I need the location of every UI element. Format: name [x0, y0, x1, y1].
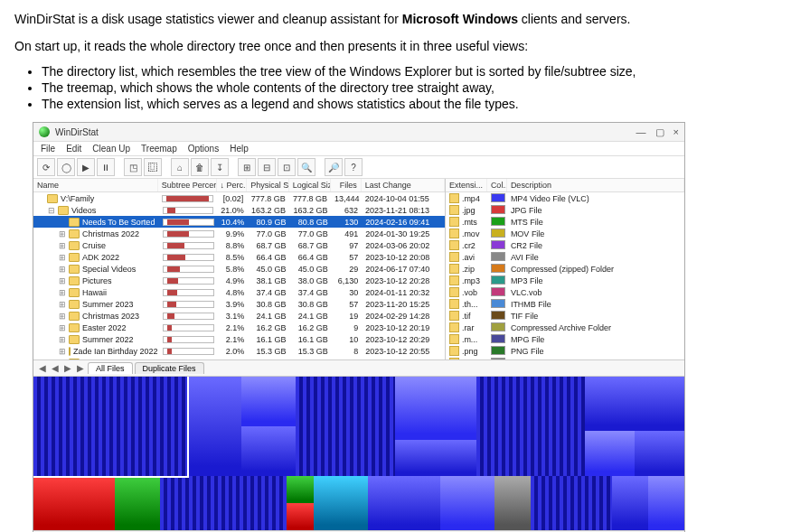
ext-row[interactable]: .th...ITHMB File [446, 298, 684, 310]
menu-edit[interactable]: Edit [66, 144, 81, 154]
ext-row[interactable]: .mtsMTS File [446, 216, 684, 228]
toolbar-button-5[interactable]: ⿶ [144, 158, 162, 176]
ext-row[interactable]: .mp4MP4 Video File (VLC) [446, 192, 684, 204]
expander-icon[interactable]: ⊞ [59, 265, 66, 274]
expander-icon[interactable]: ⊞ [59, 335, 66, 344]
treemap-block[interactable] [287, 503, 314, 530]
maximize-button[interactable]: ▢ [655, 126, 664, 138]
expander-icon[interactable]: ⊞ [59, 229, 66, 238]
dir-row[interactable]: ⊞Easter 20222.1%16.2 GB16.2 GB92023-10-1… [33, 322, 445, 333]
treemap[interactable] [33, 377, 684, 530]
ext-row[interactable]: .movMOV File [446, 228, 684, 239]
dir-row[interactable]: ⊞Summer 20222.1%16.1 GB16.1 GB102023-10-… [33, 333, 445, 345]
tab-nav-last[interactable]: ▶ [75, 363, 86, 373]
dir-row[interactable]: ⊞Hawaii4.8%37.4 GB37.4 GB302024-01-11 20… [33, 286, 445, 298]
toolbar-button-13[interactable]: 🔎 [325, 158, 343, 176]
treemap-block[interactable] [395, 377, 476, 440]
ext-row[interactable]: .tifTIF File [446, 310, 684, 322]
ext-row[interactable]: .mp3MP3 File [446, 275, 684, 286]
menu-file[interactable]: File [41, 144, 55, 154]
expander-icon[interactable]: ⊞ [59, 276, 66, 285]
treemap-block[interactable] [635, 431, 684, 476]
titlebar[interactable]: WinDirStat — ▢ × [33, 123, 684, 142]
tab-nav-first[interactable]: ◀ [37, 363, 48, 373]
toolbar-button-2[interactable]: ▶ [77, 158, 95, 176]
dir-row[interactable]: ⊞Zade Ian Birthday 20222.0%15.3 GB15.3 G… [33, 345, 445, 357]
treemap-block[interactable] [395, 440, 476, 476]
dir-row[interactable]: ⊞Summer 20233.9%30.8 GB30.8 GB572023-11-… [33, 298, 445, 310]
dir-row[interactable]: ⊞Special Videos5.8%45.0 GB45.0 GB292024-… [33, 263, 445, 275]
ext-row[interactable]: .rarCompressed Archive Folder [446, 322, 684, 333]
tab-nav-next[interactable]: ▶ [62, 363, 73, 373]
menu-treemap[interactable]: Treemap [141, 144, 177, 154]
treemap-block[interactable] [531, 476, 612, 530]
toolbar-button-3[interactable]: ⏸ [97, 158, 115, 176]
treemap-block[interactable] [160, 476, 287, 530]
toolbar-button-6[interactable]: ⌂ [171, 158, 189, 176]
menu-options[interactable]: Options [188, 144, 219, 154]
expander-icon[interactable]: ⊞ [59, 253, 66, 262]
expander-icon[interactable]: ⊞ [59, 323, 66, 332]
treemap-block[interactable] [368, 476, 440, 530]
expander-icon[interactable]: ⊞ [59, 288, 66, 297]
ext-row[interactable]: .w...WMV File [446, 357, 684, 359]
treemap-block[interactable] [494, 476, 531, 530]
dir-row[interactable]: ⊞ADK 20228.5%66.4 GB66.4 GB572023-10-12 … [33, 251, 445, 263]
toolbar-button-11[interactable]: ⊡ [278, 158, 296, 176]
expander-icon[interactable]: ⊞ [59, 347, 66, 356]
toolbar-button-9[interactable]: ⊞ [238, 158, 256, 176]
treemap-block[interactable] [33, 476, 115, 530]
treemap-block[interactable] [476, 377, 585, 476]
minimize-button[interactable]: — [636, 126, 646, 138]
toolbar-button-8[interactable]: ↧ [211, 158, 229, 176]
treemap-block[interactable] [287, 476, 314, 503]
dir-row[interactable]: ⊞Christmas 20233.1%24.1 GB24.1 GB192024-… [33, 310, 445, 322]
toolbar-button-4[interactable]: ◳ [124, 158, 142, 176]
toolbar-button-12[interactable]: 🔍 [297, 158, 315, 176]
dir-row[interactable]: V:\Family[0.02]777.8 GB777.8 GB13,444202… [33, 192, 445, 204]
treemap-block[interactable] [648, 476, 684, 530]
treemap-block[interactable] [241, 426, 296, 476]
ext-row[interactable]: .pngPNG File [446, 345, 684, 357]
toolbar-button-14[interactable]: ? [344, 158, 363, 176]
ext-row[interactable]: .jpgJPG File [446, 204, 684, 216]
close-button[interactable]: × [673, 126, 679, 138]
tab-duplicate-files[interactable]: Duplicate Files [135, 362, 204, 374]
dir-header[interactable]: Name Subtree Percent... ↓ Perc... Physic… [33, 179, 445, 192]
dir-row[interactable]: ⊞Pictures4.9%38.1 GB38.0 GB6,1302023-10-… [33, 275, 445, 286]
toolbar-button-10[interactable]: ⊟ [258, 158, 276, 176]
ext-row[interactable]: .zipCompressed (zipped) Folder [446, 263, 684, 275]
ext-row[interactable]: .cr2CR2 File [446, 239, 684, 251]
menu-help[interactable]: Help [230, 144, 249, 154]
dir-row[interactable]: ⊞Christmas 20229.9%77.0 GB77.0 GB4912024… [33, 228, 445, 239]
ext-row[interactable]: .m...MPG File [446, 333, 684, 345]
dir-row[interactable]: ⊞Cruise8.8%68.7 GB68.7 GB972024-03-06 20… [33, 239, 445, 251]
dir-row[interactable]: ⊟Videos21.0%163.2 GB163.2 GB6322023-11-2… [33, 204, 445, 216]
toolbar-button-0[interactable]: ⟳ [37, 158, 55, 176]
treemap-block[interactable] [241, 377, 296, 426]
treemap-block[interactable] [314, 476, 368, 530]
expander-icon[interactable]: ⊞ [59, 300, 66, 309]
treemap-block[interactable] [33, 377, 187, 476]
treemap-block[interactable] [612, 476, 648, 530]
treemap-block[interactable] [585, 377, 684, 431]
expander-icon[interactable]: ⊞ [59, 241, 66, 250]
expander-icon[interactable]: ⊟ [48, 206, 55, 215]
toolbar-button-7[interactable]: 🗑 [191, 158, 209, 176]
expander-icon[interactable]: ⊞ [59, 312, 66, 321]
dir-row[interactable]: Needs To Be Sorted10.4%80.9 GB80.8 GB130… [33, 216, 445, 228]
treemap-block[interactable] [585, 431, 635, 476]
dir-row[interactable]: ⊞Christmas 20211.7%13.5 GB13.5 GB152023-… [33, 357, 445, 359]
treemap-block[interactable] [187, 377, 241, 476]
tab-all-files[interactable]: All Files [88, 362, 133, 374]
expander-icon[interactable]: ⊞ [59, 359, 66, 360]
ext-row[interactable]: .vobVLC.vob [446, 286, 684, 298]
toolbar-button-1[interactable]: ◯ [57, 158, 75, 176]
ext-row[interactable]: .aviAVI File [446, 251, 684, 263]
treemap-block[interactable] [440, 476, 494, 530]
tab-nav-prev[interactable]: ◀ [50, 363, 61, 373]
ext-header[interactable]: Extensi... Col... Description [446, 179, 684, 192]
treemap-block[interactable] [296, 377, 395, 476]
treemap-block[interactable] [115, 476, 160, 530]
menu-clean-up[interactable]: Clean Up [92, 144, 130, 154]
